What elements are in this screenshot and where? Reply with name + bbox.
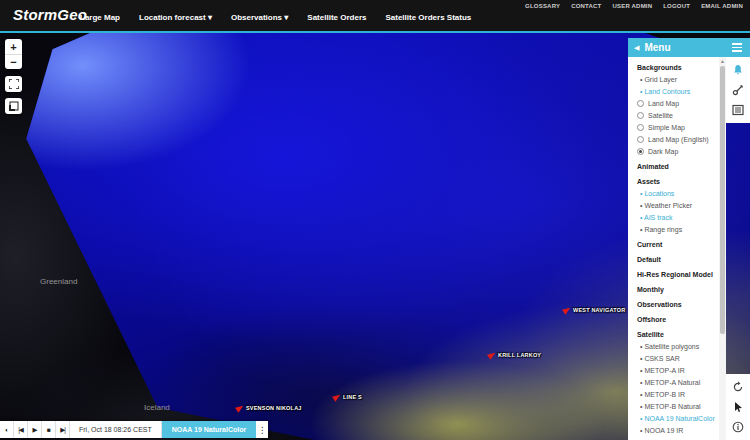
box-select-icon bbox=[9, 97, 19, 115]
menu-title: Menu bbox=[644, 42, 730, 53]
menu-list: Backgrounds• Grid Layer• Land ContoursLa… bbox=[628, 57, 719, 440]
nav-item-satellite-orders[interactable]: Satellite Orders bbox=[307, 13, 366, 22]
radio-label: Simple Map bbox=[648, 124, 685, 131]
menu-radio-satellite[interactable]: Satellite bbox=[637, 112, 717, 119]
nav-item-satellite-orders-status[interactable]: Satellite Orders Status bbox=[385, 13, 471, 22]
menu-item-metop-a-ir[interactable]: • METOP-A IR bbox=[640, 367, 717, 374]
info-icon[interactable] bbox=[732, 420, 745, 433]
menu-item-grid-layer[interactable]: • Grid Layer bbox=[640, 76, 717, 83]
radio-icon[interactable] bbox=[637, 124, 644, 131]
menu-item-metop-a-natural[interactable]: • METOP-A Natural bbox=[640, 379, 717, 386]
menu-radio-simple-map[interactable]: Simple Map bbox=[637, 124, 717, 131]
tools-icon[interactable] bbox=[732, 83, 745, 96]
menu-item-nooa-19-ir[interactable]: • NOOA 19 IR bbox=[640, 427, 717, 434]
timeline-buttons: ◐|◀▶■▶| bbox=[0, 421, 70, 438]
menu-item-metop-b-natural[interactable]: • METOP-B Natural bbox=[640, 403, 717, 410]
animation-timeline-bar: ◐|◀▶■▶| Fri, Oct 18 08:26 CEST NOAA 19 N… bbox=[0, 421, 268, 438]
radio-icon[interactable] bbox=[637, 112, 644, 119]
menu-section-current[interactable]: Current bbox=[637, 241, 717, 248]
menu-item-satellite-polygons[interactable]: • Satellite polygons bbox=[640, 343, 717, 350]
menu-section-hi-res-regional-model[interactable]: Hi-Res Regional Model bbox=[637, 271, 717, 278]
utility-nav: GLOSSARYCONTACTUSER ADMINLOGOUTEMAIL ADM… bbox=[525, 3, 743, 9]
radio-label: Land Map bbox=[648, 100, 679, 107]
hamburger-icon[interactable] bbox=[730, 41, 744, 54]
fullscreen-button[interactable] bbox=[5, 76, 22, 92]
radio-icon[interactable] bbox=[637, 100, 644, 107]
fullscreen-icon bbox=[9, 75, 19, 93]
collapse-menu-icon[interactable]: ◀ bbox=[634, 44, 639, 52]
menu-section-offshore[interactable]: Offshore bbox=[637, 316, 717, 323]
play-button[interactable]: ▶ bbox=[28, 421, 42, 438]
utility-item-contact[interactable]: CONTACT bbox=[571, 3, 601, 9]
marker-label: WEST NAVIGATOR bbox=[573, 307, 625, 313]
radio-label: Dark Map bbox=[648, 148, 678, 155]
marker-label: SVENSON NIKOLAJ bbox=[246, 405, 302, 411]
menu-item-noaa-19-naturalcolor[interactable]: • NOAA 19 NaturalColor bbox=[640, 415, 717, 422]
map-marker-svenson-nikolaj[interactable]: SVENSON NIKOLAJ bbox=[236, 405, 302, 411]
map-label-iceland: Iceland bbox=[144, 403, 170, 412]
menu-section-monthly[interactable]: Monthly bbox=[637, 286, 717, 293]
menu-item-land-contours[interactable]: • Land Contours bbox=[640, 88, 717, 95]
menu-icon-rail bbox=[726, 57, 750, 440]
menu-item-metop-b-ir[interactable]: • METOP-B IR bbox=[640, 391, 717, 398]
menu-scrollbar[interactable]: ▲ bbox=[719, 57, 726, 440]
zoom-out-button[interactable]: − bbox=[5, 54, 22, 69]
legend-icon[interactable] bbox=[732, 103, 745, 116]
menu-section-assets[interactable]: Assets bbox=[637, 178, 717, 185]
stop-button[interactable]: ■ bbox=[42, 421, 56, 438]
step-back-button[interactable]: |◀ bbox=[14, 421, 28, 438]
menu-body: Backgrounds• Grid Layer• Land ContoursLa… bbox=[628, 57, 750, 440]
utility-item-logout[interactable]: LOGOUT bbox=[663, 3, 690, 9]
scrollbar-thumb[interactable] bbox=[720, 66, 725, 334]
menu-section-default[interactable]: Default bbox=[637, 256, 717, 263]
map-marker-west-navigator[interactable]: WEST NAVIGATOR bbox=[563, 307, 625, 313]
marker-label: KRILL LARKOY bbox=[498, 352, 541, 358]
menu-section-backgrounds[interactable]: Backgrounds bbox=[637, 64, 717, 71]
nav-item-observations[interactable]: Observations ▾ bbox=[231, 13, 288, 22]
menu-item-locations[interactable]: • Locations bbox=[640, 190, 717, 197]
zoom-controls: + − bbox=[5, 39, 22, 69]
extent-select-button[interactable] bbox=[5, 98, 22, 114]
timeline-kebab-button[interactable]: ⋮ bbox=[256, 421, 268, 438]
top-bar: StormGeo Large MapLocation forecast ▾Obs… bbox=[0, 0, 750, 33]
menu-item-weather-picker[interactable]: • Weather Picker bbox=[640, 202, 717, 209]
layer-menu-panel: ◀ Menu Backgrounds• Grid Layer• Land Con… bbox=[628, 38, 750, 440]
utility-item-user-admin[interactable]: USER ADMIN bbox=[612, 3, 652, 9]
menu-item-ais-track[interactable]: • AIS track bbox=[640, 214, 717, 221]
refresh-icon[interactable] bbox=[732, 380, 745, 393]
loop-toggle-button[interactable]: ◐ bbox=[0, 421, 14, 438]
menu-radio-land-map-english[interactable]: Land Map (English) bbox=[637, 136, 717, 143]
timeline-timestamp: Fri, Oct 18 08:26 CEST bbox=[70, 421, 162, 438]
menu-item-csks-sar[interactable]: • CSKS SAR bbox=[640, 355, 717, 362]
menu-section-observations[interactable]: Observations bbox=[637, 301, 717, 308]
radio-label: Land Map (English) bbox=[648, 136, 709, 143]
radio-label: Satellite bbox=[648, 112, 673, 119]
rail-top-card bbox=[726, 57, 750, 123]
map-marker-line-s[interactable]: LINE S bbox=[333, 394, 362, 400]
notifications-icon[interactable] bbox=[732, 63, 745, 76]
marker-label: LINE S bbox=[343, 394, 362, 400]
nav-item-location-forecast[interactable]: Location forecast ▾ bbox=[139, 13, 212, 22]
rail-bottom-card bbox=[726, 374, 750, 440]
scroll-up-icon[interactable]: ▲ bbox=[719, 58, 726, 64]
map-marker-krill-larkoy[interactable]: KRILL LARKOY bbox=[488, 352, 541, 358]
nav-item-large-map[interactable]: Large Map bbox=[80, 13, 120, 22]
map-controls: + − bbox=[5, 39, 22, 120]
step-forward-button[interactable]: ▶| bbox=[56, 421, 70, 438]
radio-icon[interactable] bbox=[637, 136, 644, 143]
menu-section-satellite[interactable]: Satellite bbox=[637, 331, 717, 338]
zoom-in-button[interactable]: + bbox=[5, 39, 22, 54]
map-label-greenland: Greenland bbox=[40, 277, 77, 286]
menu-item-range-rings[interactable]: • Range rings bbox=[640, 226, 717, 233]
active-layer-button[interactable]: NOAA 19 NaturalColor bbox=[162, 421, 256, 438]
radio-icon[interactable] bbox=[637, 148, 644, 155]
app-logo[interactable]: StormGeo bbox=[13, 6, 87, 23]
menu-radio-dark-map[interactable]: Dark Map bbox=[637, 148, 717, 155]
pointer-icon[interactable] bbox=[732, 400, 745, 413]
menu-radio-land-map[interactable]: Land Map bbox=[637, 100, 717, 107]
menu-header: ◀ Menu bbox=[628, 38, 750, 57]
utility-item-glossary[interactable]: GLOSSARY bbox=[525, 3, 560, 9]
utility-item-email-admin[interactable]: EMAIL ADMIN bbox=[701, 3, 743, 9]
main-nav: Large MapLocation forecast ▾Observations… bbox=[80, 13, 471, 22]
menu-section-animated[interactable]: Animated bbox=[637, 163, 717, 170]
